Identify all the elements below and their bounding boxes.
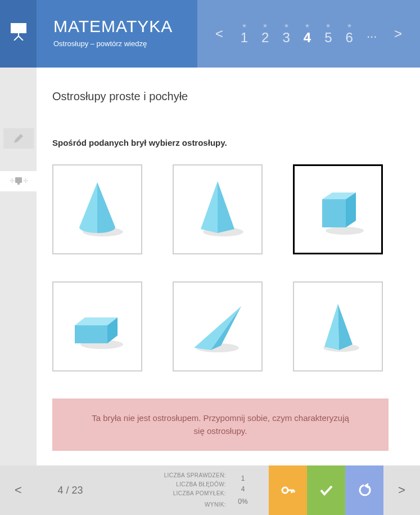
option-cuboid[interactable]	[52, 281, 142, 371]
check-icon	[318, 482, 335, 499]
svg-marker-25	[324, 304, 339, 350]
check-button[interactable]	[307, 465, 345, 515]
title-area: MATEMATYKA Ostrosłupy – powtórz wiedzę	[37, 0, 197, 68]
app-subtitle: Ostrosłupy – powtórz wiedzę	[53, 39, 197, 48]
nav-pages: ★1 ★2 ★3 ★4 ★5 ★6 ...	[241, 23, 377, 46]
cone-icon	[61, 173, 133, 245]
svg-marker-14	[322, 199, 346, 227]
svg-marker-10	[201, 181, 218, 233]
svg-rect-6	[17, 183, 20, 185]
svg-marker-11	[218, 181, 234, 233]
svg-rect-0	[11, 23, 26, 33]
feedback-message: Ta bryła nie jest ostrosłupem. Przypomni…	[52, 398, 389, 451]
board-tool-button[interactable]: ✢ ✢	[0, 171, 37, 191]
tri-pyramid-icon	[302, 290, 374, 362]
nav-page-4[interactable]: ★4	[304, 23, 311, 46]
svg-rect-5	[15, 177, 22, 183]
app-title: MATEMATYKA	[53, 17, 197, 36]
page-nav: < ★1 ★2 ★3 ★4 ★5 ★6 ... >	[197, 0, 420, 68]
footer-stats: LICZBA SPRAWDZEŃ: LICZBA BŁĘDÓW: LICZBA …	[104, 465, 269, 515]
option-oblique-pyramid[interactable]	[173, 281, 263, 371]
header: MATEMATYKA Ostrosłupy – powtórz wiedzę <…	[0, 0, 420, 68]
options-grid	[52, 164, 404, 371]
oblique-pyramid-icon	[182, 290, 254, 362]
nav-page-6[interactable]: ★6	[346, 23, 353, 46]
pencil-tool-button[interactable]	[3, 128, 34, 149]
score-label: WYNIK:	[164, 500, 226, 509]
key-icon	[279, 482, 296, 499]
logo-area	[0, 0, 37, 68]
footer-prev-button[interactable]: <	[0, 465, 37, 515]
option-triangular-pyramid[interactable]	[293, 281, 383, 371]
nav-page-5[interactable]: ★5	[324, 23, 332, 46]
progress-counter: 4 / 23	[37, 465, 104, 515]
mistakes-value: 4	[226, 484, 260, 495]
svg-marker-26	[338, 304, 353, 350]
errors-label: LICZBA BŁĘDÓW:	[164, 480, 226, 489]
footer: < 4 / 23 LICZBA SPRAWDZEŃ: LICZBA BŁĘDÓW…	[0, 465, 420, 515]
presentation-icon	[9, 21, 28, 41]
option-square-pyramid[interactable]	[173, 164, 263, 254]
nav-page-2[interactable]: ★2	[261, 23, 269, 46]
pencil-icon	[12, 132, 25, 145]
sidebar: ✢ ✢	[0, 68, 37, 465]
svg-point-27	[282, 487, 288, 493]
nav-page-3[interactable]: ★3	[282, 23, 290, 46]
hint-button[interactable]	[269, 465, 307, 515]
nav-ellipsis: ...	[367, 26, 377, 41]
nav-page-1[interactable]: ★1	[241, 23, 248, 46]
checks-label: LICZBA SPRAWDZEŃ:	[164, 471, 226, 480]
footer-next-button[interactable]: >	[383, 465, 420, 515]
cube-icon	[302, 174, 373, 245]
main-content: Ostrosłupy proste i pochyłe Spośród poda…	[37, 68, 420, 465]
svg-marker-31	[364, 483, 368, 489]
reset-button[interactable]	[345, 465, 383, 515]
cuboid-icon	[61, 290, 133, 362]
question-text: Spośród podanych brył wybierz ostrosłupy…	[52, 138, 404, 147]
option-cone[interactable]	[52, 164, 142, 254]
svg-point-13	[326, 227, 364, 235]
board-icon: ✢ ✢	[7, 175, 30, 187]
pyramid-icon	[182, 173, 254, 245]
score-value: 0%	[226, 496, 260, 507]
svg-marker-18	[75, 325, 107, 343]
svg-line-3	[19, 36, 23, 41]
nav-prev-button[interactable]: <	[211, 21, 228, 46]
reset-icon	[356, 482, 373, 499]
nav-next-button[interactable]: >	[390, 21, 407, 46]
section-title: Ostrosłupy proste i pochyłe	[52, 90, 420, 103]
option-cube[interactable]	[293, 164, 383, 254]
mistakes-label: LICZBA POMYŁEK:	[164, 489, 226, 498]
errors-value: 1	[226, 473, 260, 484]
svg-text:✢: ✢	[10, 177, 15, 184]
svg-line-2	[14, 36, 19, 41]
svg-text:✢: ✢	[23, 177, 28, 184]
